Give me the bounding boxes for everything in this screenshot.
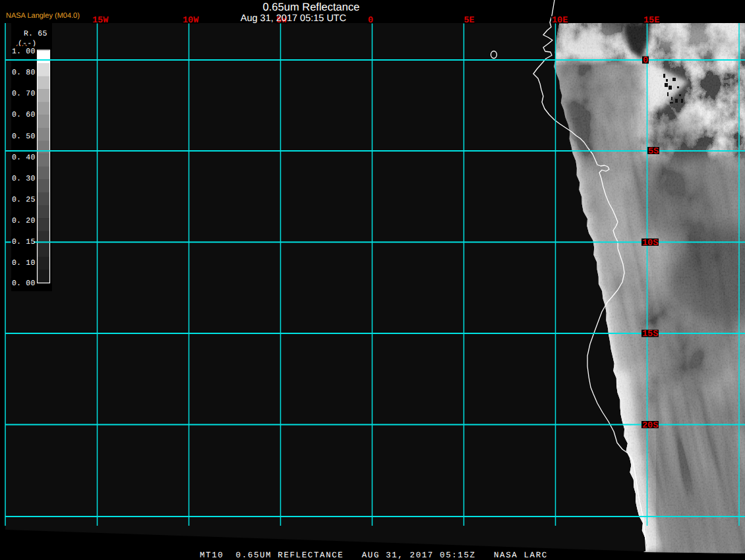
svg-text:20S: 20S [642, 421, 658, 431]
svg-text:0. 25: 0. 25 [12, 196, 36, 204]
svg-text:15E: 15E [643, 16, 659, 26]
svg-text:15W: 15W [92, 16, 109, 26]
svg-text:0: 0 [368, 16, 373, 26]
svg-text:5S: 5S [648, 147, 659, 157]
svg-text:0. 15: 0. 15 [12, 238, 36, 246]
svg-text:10W: 10W [183, 16, 199, 26]
svg-text:1. 00: 1. 00 [12, 47, 36, 56]
svg-text:MT10 0.65UM REFLECTANCE AUG: MT10 0.65UM REFLECTANCE AUG 31, 2017 05:… [200, 551, 548, 560]
svg-text:0. 20: 0. 20 [12, 217, 36, 225]
svg-text:0. 80: 0. 80 [12, 69, 36, 77]
svg-text:0: 0 [643, 56, 648, 66]
svg-text:15S: 15S [642, 329, 658, 339]
svg-text:10S: 10S [642, 238, 658, 248]
svg-text:0. 00: 0. 00 [12, 279, 36, 288]
svg-text:0. 40: 0. 40 [12, 154, 36, 162]
svg-text:10E: 10E [552, 16, 568, 26]
svg-text:0. 10: 0. 10 [12, 259, 36, 267]
svg-text:0. 60: 0. 60 [12, 111, 36, 119]
svg-text:0. 50: 0. 50 [12, 132, 36, 141]
svg-text:Aug 31, 2017 05:15 UTC: Aug 31, 2017 05:15 UTC [241, 13, 346, 24]
svg-text:0. 30: 0. 30 [12, 175, 36, 183]
svg-text:R. 65: R. 65 [24, 30, 47, 38]
svg-text:NASA Langley (M04.0): NASA Langley (M04.0) [6, 12, 80, 20]
svg-text:0. 70: 0. 70 [12, 90, 36, 98]
svg-text:0.65um Reflectance: 0.65um Reflectance [263, 1, 360, 13]
svg-text:5E: 5E [464, 16, 475, 26]
